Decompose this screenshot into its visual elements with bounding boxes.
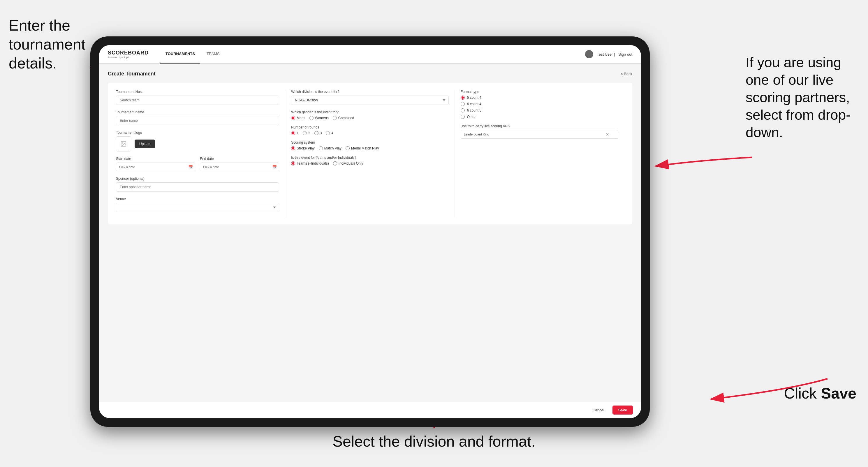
scoring-match-radio[interactable]: [319, 146, 323, 150]
upload-button[interactable]: Upload: [135, 139, 155, 148]
cancel-button[interactable]: Cancel: [588, 406, 609, 414]
sponsor-group: Sponsor (optional): [116, 177, 279, 192]
teams-plus-radio[interactable]: [291, 161, 295, 165]
save-button[interactable]: Save: [613, 406, 633, 414]
rounds-group: Number of rounds 1 2: [291, 125, 448, 135]
gender-combined-radio[interactable]: [333, 116, 337, 120]
gender-group: Which gender is the event for? Mens Wome…: [291, 110, 448, 120]
calendar-icon-2: 📅: [272, 165, 277, 169]
clear-live-scoring-button[interactable]: ✕: [606, 132, 609, 137]
scoring-stroke[interactable]: Stroke Play: [291, 146, 314, 150]
date-group: Start date 📅 End date 📅: [116, 157, 279, 171]
scoring-label: Scoring system: [291, 141, 448, 145]
format-6count4-radio[interactable]: [461, 102, 465, 106]
scoring-medal-label: Medal Match Play: [351, 146, 379, 150]
rounds-1-radio[interactable]: [291, 131, 295, 135]
venue-select[interactable]: [116, 203, 279, 212]
teams-plus-individuals[interactable]: Teams (+Individuals): [291, 161, 329, 165]
division-select[interactable]: NCAA Division I: [291, 96, 448, 105]
main-content: Create Tournament < Back Tournament Host…: [99, 64, 641, 402]
nav-tab-teams[interactable]: TEAMS: [202, 45, 225, 63]
name-input[interactable]: [116, 116, 279, 125]
start-date-input[interactable]: [116, 162, 195, 171]
format-6count5[interactable]: 6 count 5: [461, 108, 618, 113]
gender-label: Which gender is the event for?: [291, 110, 448, 114]
rounds-1-label: 1: [297, 131, 299, 135]
name-label: Tournament name: [116, 110, 279, 114]
format-5count4-radio[interactable]: [461, 96, 465, 100]
logo-title: SCOREBOARD: [108, 50, 149, 56]
rounds-4[interactable]: 4: [326, 131, 333, 135]
sponsor-input[interactable]: [116, 182, 279, 192]
gender-combined-label: Combined: [338, 116, 354, 120]
end-date-group: End date 📅: [200, 157, 279, 171]
scoring-medal-radio[interactable]: [346, 146, 350, 150]
format-6count4[interactable]: 6 count 4: [461, 102, 618, 106]
rounds-2[interactable]: 2: [303, 131, 310, 135]
sponsor-label: Sponsor (optional): [116, 177, 279, 181]
host-label: Tournament Host: [116, 90, 279, 94]
scoring-stroke-label: Stroke Play: [297, 146, 314, 150]
scoring-medal-match[interactable]: Medal Match Play: [346, 146, 379, 150]
format-other-radio[interactable]: [461, 115, 465, 119]
form-col-1: Tournament Host Tournament name Tourname…: [116, 90, 285, 217]
page-header: Create Tournament < Back: [108, 71, 632, 77]
navbar: SCOREBOARD Powered by clippit TOURNAMENT…: [99, 45, 641, 64]
format-5count4-label: 5 count 4: [467, 96, 482, 100]
format-other-label: Other: [467, 115, 476, 119]
logo-label: Tournament logo: [116, 130, 279, 134]
live-scoring-field[interactable]: Leaderboard King ✕: [461, 130, 618, 139]
end-date-input[interactable]: [200, 162, 279, 171]
gender-mens-radio[interactable]: [291, 116, 295, 120]
gender-combined[interactable]: Combined: [333, 116, 354, 120]
scoring-match[interactable]: Match Play: [319, 146, 341, 150]
live-scoring-group: Use third-party live scoring API? Leader…: [461, 124, 618, 139]
teams-radio-group: Teams (+Individuals) Individuals Only: [291, 161, 448, 165]
signout-link[interactable]: Sign out: [618, 52, 632, 57]
logo-group: Tournament logo Upload: [116, 130, 279, 152]
live-scoring-label: Use third-party live scoring API?: [461, 124, 618, 128]
format-list: 5 count 4 6 count 4 6 count 5: [461, 96, 618, 119]
individuals-only[interactable]: Individuals Only: [333, 161, 363, 165]
venue-label: Venue: [116, 197, 279, 201]
gender-womens[interactable]: Womens: [309, 116, 329, 120]
logo-sub: Powered by clippit: [108, 56, 149, 59]
gender-womens-radio[interactable]: [309, 116, 313, 120]
gender-womens-label: Womens: [315, 116, 329, 120]
nav-tabs: TOURNAMENTS TEAMS: [160, 45, 585, 63]
nav-tab-tournaments[interactable]: TOURNAMENTS: [160, 45, 200, 63]
logo-upload-row: Upload: [116, 136, 279, 152]
format-5count4[interactable]: 5 count 4: [461, 96, 618, 100]
rounds-2-radio[interactable]: [303, 131, 307, 135]
teams-group: Is this event for Teams and/or Individua…: [291, 156, 448, 165]
nav-username: Test User |: [597, 52, 615, 57]
gender-mens-label: Mens: [297, 116, 305, 120]
individuals-only-radio[interactable]: [333, 161, 337, 165]
form-footer: Cancel Save: [99, 402, 641, 418]
live-scoring-value: Leaderboard King: [464, 132, 489, 136]
back-link[interactable]: < Back: [621, 72, 632, 76]
gender-mens[interactable]: Mens: [291, 116, 305, 120]
form-col-2: Which division is the event for? NCAA Di…: [285, 90, 455, 217]
scoring-stroke-radio[interactable]: [291, 146, 295, 150]
format-6count5-radio[interactable]: [461, 108, 465, 113]
annotation-bottom: Select the division and format.: [333, 432, 535, 451]
rounds-3-radio[interactable]: [314, 131, 318, 135]
rounds-4-radio[interactable]: [326, 131, 330, 135]
format-other-row: Other: [461, 115, 618, 119]
start-date-group: Start date 📅: [116, 157, 195, 171]
rounds-3[interactable]: 3: [314, 131, 322, 135]
name-group: Tournament name: [116, 110, 279, 125]
rounds-1[interactable]: 1: [291, 131, 299, 135]
host-group: Tournament Host: [116, 90, 279, 105]
rounds-2-label: 2: [308, 131, 310, 135]
host-input[interactable]: [116, 96, 279, 105]
logo-placeholder: [116, 136, 131, 152]
gender-radio-group: Mens Womens Combined: [291, 116, 448, 120]
svg-point-2: [122, 143, 123, 143]
annotation-topleft: Enter the tournament details.: [9, 16, 90, 73]
form-col-3: Format type 5 count 4 6 count 4: [455, 90, 624, 217]
division-group: Which division is the event for? NCAA Di…: [291, 90, 448, 105]
scoring-match-label: Match Play: [324, 146, 341, 150]
scoring-group: Scoring system Stroke Play Match Play: [291, 141, 448, 150]
